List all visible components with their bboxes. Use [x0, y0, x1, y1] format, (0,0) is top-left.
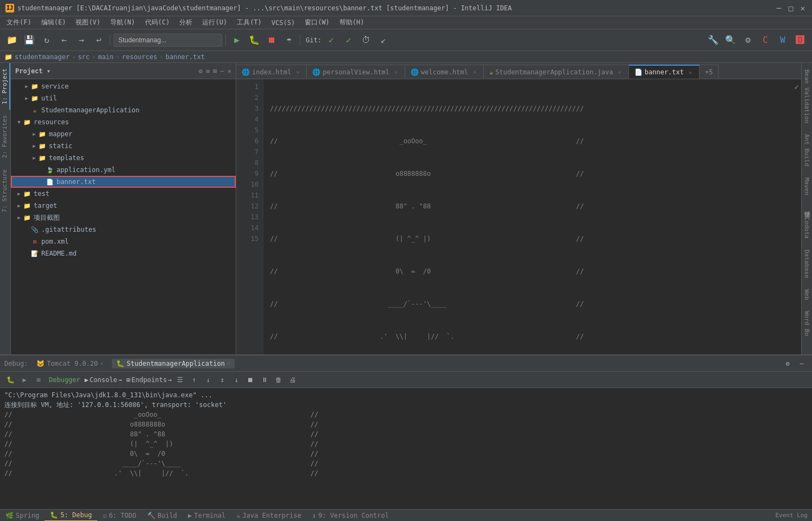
endpoints-tab[interactable]: ⊞ Endpoints → [127, 376, 172, 384]
settings-btn[interactable]: ⚙ [740, 33, 756, 48]
breadcrumb-file[interactable]: banner.txt [166, 53, 205, 61]
breadcrumb-resources[interactable]: resources [122, 53, 157, 61]
tab-personal-view[interactable]: 🌐 personalView.html ✕ [307, 65, 405, 79]
bottom-tab-version-control[interactable]: ↕ 9: Version Control [307, 510, 394, 522]
tab-close-personal[interactable]: ✕ [393, 69, 399, 75]
breadcrumb-src[interactable]: src [78, 53, 90, 61]
step-over-btn[interactable]: ↕ [216, 374, 228, 386]
menu-edit[interactable]: 编辑(E) [37, 17, 71, 28]
tab-close-index[interactable]: ✕ [294, 69, 301, 75]
tree-item-studentmanager-app[interactable]: ▶ ☕ StudentmanagerApplication [11, 104, 236, 116]
debug-tab-tomcat[interactable]: 🐱 Tomcat 9.0.20 ✕ [32, 359, 108, 368]
tree-item-pom-xml[interactable]: ▶ m pom.xml [11, 236, 236, 247]
bottom-tab-spring[interactable]: 🌿 Spring [0, 510, 45, 522]
right-tab-word-bo[interactable]: Word Bo [802, 307, 811, 340]
tree-item-application-yml[interactable]: ▶ 🍃 application.yml [11, 164, 236, 176]
tree-item-templates[interactable]: ▶ 📁 templates [11, 152, 236, 164]
print-btn[interactable]: 🖨 [287, 374, 299, 386]
left-tab-project[interactable]: 1: Project [0, 63, 10, 110]
search-input[interactable] [114, 34, 222, 47]
debugger-tab[interactable]: Debugger [49, 376, 80, 384]
filter-btn[interactable]: ☰ [174, 374, 186, 386]
minimize-button[interactable]: ─ [775, 4, 783, 12]
code-content[interactable]: ////////////////////////////////////////… [263, 79, 801, 354]
tree-item-target[interactable]: ▶ 📁 target [11, 200, 236, 212]
git-ok-btn[interactable]: ✓ [341, 33, 356, 48]
open-folder-btn[interactable]: 📁 [4, 33, 20, 48]
left-tab-favorites[interactable]: 2: Favorites [0, 110, 10, 163]
debug-btn[interactable]: 🐛 [247, 33, 262, 48]
debug-close-btn[interactable]: — [796, 358, 808, 370]
scroll-down-btn[interactable]: ↓ [202, 374, 214, 386]
refresh-btn[interactable]: ↻ [39, 33, 54, 48]
close-button[interactable]: ✕ [799, 4, 807, 12]
console-panel-btn[interactable]: ▶ [18, 374, 30, 386]
sidebar-expand-icon[interactable]: ⊞ [213, 67, 217, 75]
tab-close-welcome[interactable]: ✕ [471, 69, 478, 75]
menu-analyze[interactable]: 分析 [175, 17, 197, 28]
right-tab-bean-validation[interactable]: Bean Validation [802, 65, 811, 128]
tree-item-service[interactable]: ▶ 📁 service [11, 80, 236, 92]
menu-nav[interactable]: 导航(N) [106, 17, 140, 28]
debug-tab-app[interactable]: 🐛 StudentmanagerApplication ✕ [112, 359, 235, 368]
plugin-btn-1[interactable]: C [758, 33, 773, 48]
tree-item-readme[interactable]: ▶ 📝 README.md [11, 247, 236, 259]
back-btn[interactable]: ← [56, 33, 72, 48]
tree-item-screenshot[interactable]: ▶ 📁 项目截图 [11, 212, 236, 224]
maximize-button[interactable]: □ [787, 4, 795, 12]
clear-btn[interactable]: 🗑 [273, 374, 285, 386]
pause-btn[interactable]: ⏸ [259, 374, 270, 386]
tree-item-test[interactable]: ▶ 📁 test [11, 188, 236, 200]
tab-more[interactable]: +5 [700, 65, 719, 79]
tab-welcome[interactable]: 🌐 welcome.html ✕ [405, 65, 484, 79]
right-tab-shortcut[interactable]: 快捷键 [802, 202, 812, 211]
right-tab-database[interactable]: Database [802, 245, 811, 283]
menu-tools[interactable]: 工具(T) [232, 17, 266, 28]
step-in-btn[interactable]: ↓ [230, 374, 242, 386]
right-tab-maven[interactable]: Maven [802, 173, 811, 200]
tree-item-static[interactable]: ▶ 📁 static [11, 140, 236, 152]
bottom-tab-todo[interactable]: ☑ 6: TODO [97, 510, 142, 522]
debug-app-close[interactable]: ✕ [227, 360, 230, 366]
console-tab[interactable]: ▶ Console → [85, 376, 122, 384]
bottom-tab-debug[interactable]: 🐛 5: Debug [45, 510, 97, 522]
menu-help[interactable]: 帮助(H) [335, 17, 369, 28]
run-btn[interactable]: ▶ [229, 33, 244, 48]
right-tab-web[interactable]: Web [802, 285, 811, 304]
menu-run[interactable]: 运行(U) [198, 17, 231, 28]
tab-close-banner[interactable]: ✕ [687, 69, 694, 75]
tree-item-gitattributes[interactable]: ▶ 📎 .gitattributes [11, 224, 236, 236]
menu-vcs[interactable]: VCS(S) [267, 18, 299, 28]
forward-btn[interactable]: → [74, 33, 89, 48]
scroll-up-btn[interactable]: ↑ [188, 374, 200, 386]
stop-proc-btn[interactable]: ⏹ [244, 374, 256, 386]
menu-view[interactable]: 视图(V) [71, 17, 105, 28]
git-check-btn[interactable]: ✓ [324, 33, 339, 48]
console-content[interactable]: "C:\Program Files\Java\jdk1.8.0_131\bin\… [0, 388, 812, 509]
search-btn[interactable]: 🔍 [723, 33, 738, 48]
tab-studentmanager-app[interactable]: ☕ StudentmanagerApplication.java ✕ [484, 65, 629, 79]
left-tab-structure[interactable]: 7: Structure [0, 164, 10, 218]
git-time-btn[interactable]: ⏱ [358, 33, 374, 48]
sidebar-layout-icon[interactable]: ≡ [206, 67, 210, 75]
sidebar-close-icon[interactable]: ✕ [228, 67, 231, 75]
wrench-btn[interactable]: 🔧 [706, 33, 721, 48]
plugin-btn-3[interactable]: 🅾 [792, 33, 808, 48]
bottom-tab-java-enterprise[interactable]: ☕ Java Enterprise [231, 510, 307, 522]
tree-item-resources[interactable]: ▼ 📁 resources [11, 116, 236, 128]
bottom-tab-terminal[interactable]: ▶ Terminal [182, 510, 231, 522]
menu-file[interactable]: 文件(F) [2, 17, 36, 28]
tree-item-mapper[interactable]: ▶ 📁 mapper [11, 128, 236, 140]
tab-close-studentmanager[interactable]: ✕ [616, 69, 623, 75]
save-btn[interactable]: 💾 [22, 33, 37, 48]
debug-settings-btn[interactable]: ⚙ [782, 358, 794, 370]
debugger-panel-btn[interactable]: 🐛 [4, 374, 16, 386]
breadcrumb-project[interactable]: studentmanager [15, 53, 70, 61]
bottom-tab-build[interactable]: 🔨 Build [142, 510, 182, 522]
right-tab-codota[interactable]: Codota [802, 213, 811, 243]
tree-item-util[interactable]: ▶ 📁 util [11, 92, 236, 104]
stop-btn[interactable]: ⏹ [264, 33, 279, 48]
sidebar-settings-icon[interactable]: ⚙ [199, 67, 203, 75]
event-log-btn[interactable]: Event Log [771, 512, 812, 519]
menu-code[interactable]: 代码(C) [141, 17, 174, 28]
